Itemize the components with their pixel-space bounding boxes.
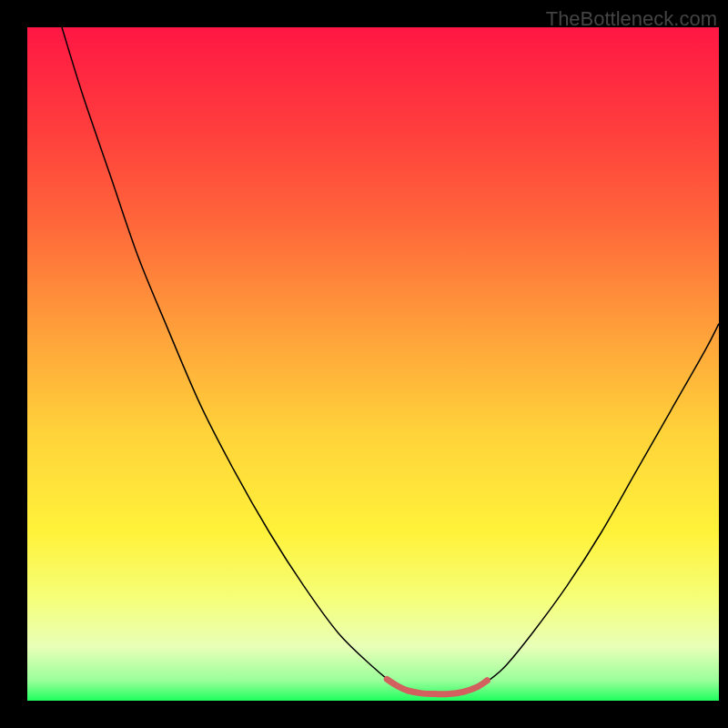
plot-background	[27, 27, 719, 701]
bottleneck-chart	[0, 0, 728, 728]
chart-container: TheBottleneck.com	[0, 0, 728, 728]
watermark-text: TheBottleneck.com	[546, 7, 717, 31]
